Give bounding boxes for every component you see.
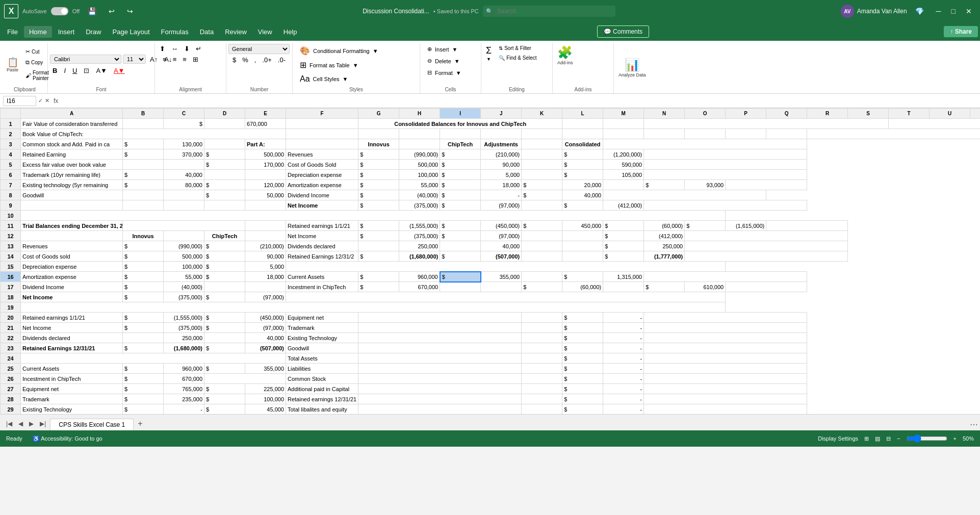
cell-A14[interactable]: Cost of Goods sold [21,251,123,262]
col-header-J[interactable]: J [481,109,522,119]
cell-C16[interactable]: 55,000 [164,272,204,282]
cell-D20[interactable]: $ [204,313,245,323]
cell-H16[interactable]: 960,000 [399,272,440,282]
cell-H17[interactable]: 670,000 [399,282,440,292]
col-header-K[interactable]: K [522,109,562,119]
col-header-S[interactable]: S [848,109,889,119]
cell-E14[interactable]: 90,000 [245,251,286,262]
cell-D25[interactable]: $ [204,364,245,374]
cell-D23[interactable]: $ [204,343,245,353]
cell-F25[interactable]: Liabilities [286,364,358,374]
cell-D4[interactable]: $ [204,149,245,160]
cell-L25[interactable]: $ [562,364,603,374]
cell-L1[interactable] [562,119,603,129]
cell-E29[interactable]: 45,000 [245,404,286,415]
cell-B21[interactable]: $ [123,323,164,333]
cell-G8[interactable]: $ [358,190,399,200]
add-ins-button[interactable]: 🧩 Add-ins [555,44,576,67]
cell-D12[interactable]: ChipTech [204,231,245,241]
cell-A8[interactable]: Goodwill [21,190,123,200]
cell-C14[interactable]: 500,000 [164,251,204,262]
cell-A27[interactable]: Equipment net [21,384,123,394]
font-size-select[interactable]: 11 [123,55,146,64]
align-middle-button[interactable]: ↔ [169,44,180,54]
cell-F13[interactable]: Dividends declared [286,241,358,251]
cell-A2[interactable]: Book Value of ChipTech: [21,129,123,139]
formula-input[interactable] [62,97,977,105]
cell-F11[interactable]: Retained earnings 1/1/21 [286,221,358,231]
cell-E23[interactable]: (507,000) [245,343,286,353]
cell-D1[interactable] [204,119,245,129]
cell-K8[interactable]: $ [522,190,562,200]
cell-A18[interactable]: Net Income [21,292,123,302]
cell-B20[interactable]: $ [123,313,164,323]
cell-E18[interactable]: (97,000) [245,292,286,302]
cell-A26[interactable]: Incestment in ChipTech [21,374,123,384]
redo-button[interactable]: ↪ [123,5,137,17]
cell-N14[interactable]: (1,777,000) [644,251,685,262]
autosave-toggle[interactable] [51,7,68,15]
cell-E16[interactable]: 18,000 [245,272,286,282]
cell-A21[interactable]: Net Income [21,323,123,333]
font-color-button[interactable]: A▼ [111,66,127,75]
cell-styles-button[interactable]: Aa Cell Styles ▼ [295,72,376,86]
insert-button[interactable]: ⊕ Insert ▼ [422,44,473,55]
cell-B3[interactable]: $ [123,139,164,149]
cell-B7[interactable]: $ [123,180,164,190]
align-left-button[interactable]: ≡ [160,55,169,64]
cell-A11[interactable]: Trial Balances ending December 31, 2021 [21,221,123,231]
cancel-formula-button[interactable]: ✕ [45,97,49,104]
cell-F1[interactable] [286,119,358,129]
cell-B1[interactable] [123,119,164,129]
cell-G17[interactable]: $ [358,282,399,292]
cell-B28[interactable]: $ [123,394,164,404]
cell-C29[interactable]: - [164,404,204,415]
cell-F5[interactable]: Cost of Goods Sold [286,160,358,170]
cell-A20[interactable]: Retained earnings 1/1/21 [21,313,123,323]
col-header-C[interactable]: C [164,109,204,119]
cell-A6[interactable]: Trademark (10yr remaining life) [21,170,123,180]
search-input[interactable] [483,6,615,17]
cell-J16[interactable]: 355,000 [481,272,522,282]
border-button[interactable]: ⊡ [81,66,92,75]
decrease-decimal-button[interactable]: .0- [275,55,288,65]
cell-D14[interactable]: $ [204,251,245,262]
zoom-slider[interactable] [907,434,947,443]
cell-O11[interactable]: $ [685,221,726,231]
cell-F16[interactable]: Current Assets [286,272,358,282]
paste-button[interactable]: 📋 Paste [4,56,21,74]
percent-button[interactable]: % [240,55,251,65]
cell-A3[interactable]: Common stock and Add. Paid in ca [21,139,123,149]
cell-B16[interactable]: $ [123,272,164,282]
cell-C17[interactable]: (40,000) [164,282,204,292]
cell-L4[interactable]: $ [562,149,603,160]
align-bottom-button[interactable]: ⬇ [182,44,192,54]
cell-H9[interactable]: (375,000) [399,200,440,211]
cell-B14[interactable]: $ [123,251,164,262]
menu-view[interactable]: View [253,26,277,38]
cell-I11[interactable]: $ [440,221,481,231]
cell-I6[interactable]: $ [440,170,481,180]
cell-A22[interactable]: Dividends declared [21,333,123,343]
cell-A23[interactable]: Retained Earnings 12/31/21 [21,343,123,353]
cell-C25[interactable]: 960,000 [164,364,204,374]
fill-color-button[interactable]: A▼ [93,66,110,75]
cell-L28[interactable]: $ [562,394,603,404]
analyze-data-button[interactable]: 📊 Analyze Data [616,56,649,79]
cell-C21[interactable]: (375,000) [164,323,204,333]
cell-C23[interactable]: (1,680,000) [164,343,204,353]
cell-H4[interactable]: (990,000) [399,149,440,160]
col-header-T[interactable]: T [889,109,930,119]
menu-file[interactable]: File [2,26,23,38]
cell-L7[interactable]: 20,000 [562,180,603,190]
cell-N11[interactable]: (60,000) [644,221,685,231]
cell-F7[interactable]: Amortization expense [286,180,358,190]
cell-A17[interactable]: Dividend Income [21,282,123,292]
display-settings-button[interactable]: Display Settings [818,435,858,442]
col-header-H[interactable]: H [399,109,440,119]
cell-H12[interactable]: (375,000) [399,231,440,241]
format-painter-button[interactable]: 🖌Format Painter [23,68,51,83]
cell-L17[interactable]: (60,000) [562,282,603,292]
cell-F29[interactable]: Total libalites and equity [286,404,358,415]
cell-L9[interactable]: $ [562,200,603,211]
